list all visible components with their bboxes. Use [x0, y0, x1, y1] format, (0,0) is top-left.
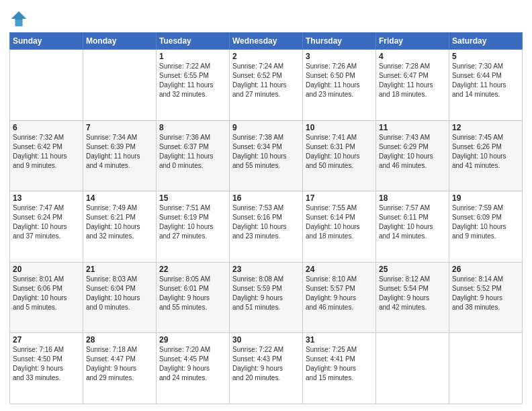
- calendar-cell: [83, 50, 157, 121]
- calendar-cell: 31Sunrise: 7:25 AM Sunset: 4:41 PM Dayli…: [303, 333, 376, 404]
- weekday-header: Sunday: [10, 33, 83, 50]
- day-info: Sunrise: 7:18 AM Sunset: 4:47 PM Dayligh…: [86, 345, 153, 383]
- day-number: 30: [232, 335, 300, 345]
- day-number: 8: [159, 123, 226, 132]
- header: [9, 7, 523, 28]
- day-info: Sunrise: 7:45 AM Sunset: 6:26 PM Dayligh…: [452, 133, 519, 171]
- day-number: 29: [159, 335, 226, 345]
- calendar-cell: 21Sunrise: 8:03 AM Sunset: 6:04 PM Dayli…: [83, 262, 157, 333]
- page: SundayMondayTuesdayWednesdayThursdayFrid…: [0, 0, 532, 411]
- day-number: 22: [159, 265, 226, 274]
- day-number: 12: [452, 123, 519, 132]
- calendar-cell: 14Sunrise: 7:49 AM Sunset: 6:21 PM Dayli…: [83, 191, 157, 263]
- calendar-cell: 22Sunrise: 8:05 AM Sunset: 6:01 PM Dayli…: [157, 262, 230, 333]
- day-info: Sunrise: 7:51 AM Sunset: 6:19 PM Dayligh…: [159, 203, 226, 241]
- day-number: 21: [86, 265, 153, 274]
- day-info: Sunrise: 8:12 AM Sunset: 5:54 PM Dayligh…: [379, 275, 446, 312]
- calendar-cell: 1Sunrise: 7:22 AM Sunset: 6:55 PM Daylig…: [157, 50, 230, 121]
- day-number: 26: [452, 265, 519, 274]
- day-number: 9: [232, 123, 300, 132]
- calendar-cell: 26Sunrise: 8:14 AM Sunset: 5:52 PM Dayli…: [449, 262, 523, 333]
- calendar-cell: [376, 333, 449, 404]
- calendar-cell: 24Sunrise: 8:10 AM Sunset: 5:57 PM Dayli…: [303, 262, 376, 333]
- day-number: 28: [86, 335, 153, 345]
- calendar-cell: 15Sunrise: 7:51 AM Sunset: 6:19 PM Dayli…: [157, 191, 230, 263]
- day-info: Sunrise: 7:32 AM Sunset: 6:42 PM Dayligh…: [13, 133, 80, 171]
- day-info: Sunrise: 7:49 AM Sunset: 6:21 PM Dayligh…: [86, 203, 153, 241]
- day-info: Sunrise: 7:28 AM Sunset: 6:47 PM Dayligh…: [379, 62, 446, 99]
- day-info: Sunrise: 7:22 AM Sunset: 4:43 PM Dayligh…: [232, 345, 300, 383]
- calendar-week-row: 6Sunrise: 7:32 AM Sunset: 6:42 PM Daylig…: [10, 120, 523, 191]
- day-number: 7: [86, 123, 153, 132]
- day-info: Sunrise: 7:26 AM Sunset: 6:50 PM Dayligh…: [306, 62, 373, 99]
- day-number: 23: [232, 265, 300, 274]
- day-info: Sunrise: 7:20 AM Sunset: 4:45 PM Dayligh…: [159, 345, 226, 383]
- day-number: 15: [159, 193, 226, 203]
- day-info: Sunrise: 7:30 AM Sunset: 6:44 PM Dayligh…: [452, 62, 519, 99]
- day-info: Sunrise: 7:53 AM Sunset: 6:16 PM Dayligh…: [232, 203, 300, 241]
- svg-marker-1: [11, 11, 26, 20]
- calendar-week-row: 1Sunrise: 7:22 AM Sunset: 6:55 PM Daylig…: [10, 50, 523, 121]
- calendar-cell: 25Sunrise: 8:12 AM Sunset: 5:54 PM Dayli…: [376, 262, 449, 333]
- calendar-cell: 28Sunrise: 7:18 AM Sunset: 4:47 PM Dayli…: [83, 333, 157, 404]
- day-number: 18: [379, 193, 446, 203]
- day-number: 6: [13, 123, 80, 132]
- day-info: Sunrise: 8:14 AM Sunset: 5:52 PM Dayligh…: [452, 275, 519, 312]
- logo-icon: [9, 9, 28, 28]
- day-number: 19: [452, 193, 519, 203]
- day-number: 13: [13, 193, 80, 203]
- day-info: Sunrise: 8:10 AM Sunset: 5:57 PM Dayligh…: [306, 275, 373, 312]
- day-info: Sunrise: 7:25 AM Sunset: 4:41 PM Dayligh…: [306, 345, 373, 383]
- day-info: Sunrise: 8:01 AM Sunset: 6:06 PM Dayligh…: [13, 275, 80, 312]
- day-number: 24: [306, 265, 373, 274]
- day-info: Sunrise: 7:59 AM Sunset: 6:09 PM Dayligh…: [452, 203, 519, 241]
- day-number: 25: [379, 265, 446, 274]
- day-info: Sunrise: 7:16 AM Sunset: 4:50 PM Dayligh…: [13, 345, 80, 383]
- calendar-cell: 8Sunrise: 7:36 AM Sunset: 6:37 PM Daylig…: [157, 120, 230, 191]
- calendar-week-row: 13Sunrise: 7:47 AM Sunset: 6:24 PM Dayli…: [10, 191, 523, 263]
- calendar-cell: 9Sunrise: 7:38 AM Sunset: 6:34 PM Daylig…: [230, 120, 303, 191]
- weekday-header: Saturday: [449, 33, 523, 50]
- calendar-cell: [10, 50, 83, 121]
- weekday-header: Tuesday: [157, 33, 230, 50]
- day-info: Sunrise: 7:43 AM Sunset: 6:29 PM Dayligh…: [379, 133, 446, 171]
- calendar-cell: [449, 333, 523, 404]
- day-number: 2: [232, 52, 300, 61]
- day-number: 10: [306, 123, 373, 132]
- weekday-header: Thursday: [303, 33, 376, 50]
- logo: [9, 9, 31, 28]
- day-number: 20: [13, 265, 80, 274]
- day-info: Sunrise: 8:08 AM Sunset: 5:59 PM Dayligh…: [232, 275, 300, 312]
- day-number: 5: [452, 52, 519, 61]
- day-number: 3: [306, 52, 373, 61]
- day-info: Sunrise: 7:34 AM Sunset: 6:39 PM Dayligh…: [86, 133, 153, 171]
- day-info: Sunrise: 7:22 AM Sunset: 6:55 PM Dayligh…: [159, 62, 226, 99]
- day-info: Sunrise: 7:24 AM Sunset: 6:52 PM Dayligh…: [232, 62, 300, 99]
- calendar-cell: 12Sunrise: 7:45 AM Sunset: 6:26 PM Dayli…: [449, 120, 523, 191]
- day-number: 1: [159, 52, 226, 61]
- day-info: Sunrise: 7:36 AM Sunset: 6:37 PM Dayligh…: [159, 133, 226, 171]
- day-number: 14: [86, 193, 153, 203]
- day-info: Sunrise: 7:41 AM Sunset: 6:31 PM Dayligh…: [306, 133, 373, 171]
- calendar-cell: 30Sunrise: 7:22 AM Sunset: 4:43 PM Dayli…: [230, 333, 303, 404]
- day-number: 11: [379, 123, 446, 132]
- weekday-header: Wednesday: [230, 33, 303, 50]
- calendar-header-row: SundayMondayTuesdayWednesdayThursdayFrid…: [10, 33, 523, 50]
- day-info: Sunrise: 7:38 AM Sunset: 6:34 PM Dayligh…: [232, 133, 300, 171]
- calendar-week-row: 27Sunrise: 7:16 AM Sunset: 4:50 PM Dayli…: [10, 333, 523, 404]
- calendar-cell: 27Sunrise: 7:16 AM Sunset: 4:50 PM Dayli…: [10, 333, 83, 404]
- calendar-cell: 5Sunrise: 7:30 AM Sunset: 6:44 PM Daylig…: [449, 50, 523, 121]
- calendar-cell: 29Sunrise: 7:20 AM Sunset: 4:45 PM Dayli…: [157, 333, 230, 404]
- calendar-cell: 2Sunrise: 7:24 AM Sunset: 6:52 PM Daylig…: [230, 50, 303, 121]
- calendar-cell: 4Sunrise: 7:28 AM Sunset: 6:47 PM Daylig…: [376, 50, 449, 121]
- calendar: SundayMondayTuesdayWednesdayThursdayFrid…: [9, 32, 523, 404]
- calendar-cell: 20Sunrise: 8:01 AM Sunset: 6:06 PM Dayli…: [10, 262, 83, 333]
- day-number: 31: [306, 335, 373, 345]
- day-info: Sunrise: 8:03 AM Sunset: 6:04 PM Dayligh…: [86, 275, 153, 312]
- day-number: 27: [13, 335, 80, 345]
- day-number: 17: [306, 193, 373, 203]
- day-info: Sunrise: 7:55 AM Sunset: 6:14 PM Dayligh…: [306, 203, 373, 241]
- weekday-header: Monday: [83, 33, 157, 50]
- day-number: 4: [379, 52, 446, 61]
- calendar-cell: 11Sunrise: 7:43 AM Sunset: 6:29 PM Dayli…: [376, 120, 449, 191]
